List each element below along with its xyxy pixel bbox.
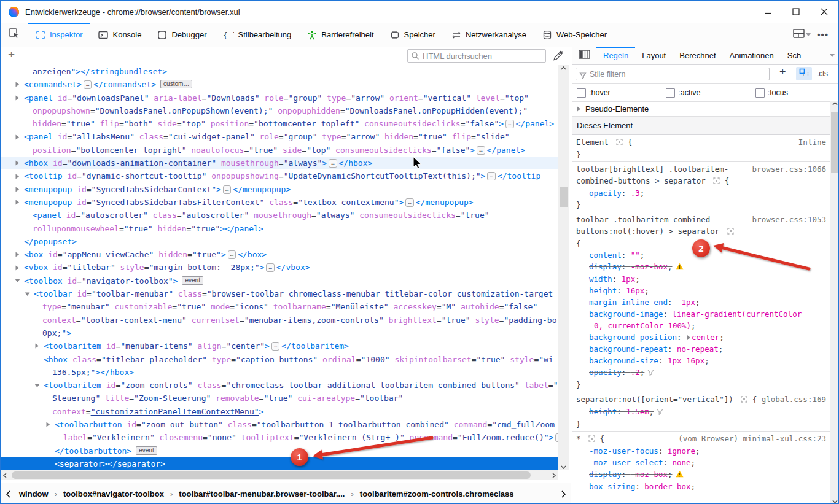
rule-line[interactable]: Element {Inline bbox=[572, 136, 830, 149]
property-name[interactable]: -moz-user-select bbox=[589, 458, 663, 467]
rule-line[interactable]: toolbar[brighttext] .toolbaritem-browser… bbox=[572, 163, 830, 175]
overridden-filter-icon[interactable] bbox=[657, 406, 663, 418]
tab-inspector[interactable]: Inspektor bbox=[28, 23, 90, 47]
ellipsis-pill[interactable]: … bbox=[271, 342, 279, 351]
rule-line[interactable]: margin-inline-end: -1px; bbox=[572, 297, 830, 308]
property-name[interactable]: opacity bbox=[589, 188, 622, 198]
twisty-icon[interactable] bbox=[15, 196, 20, 209]
property-name[interactable]: width bbox=[589, 274, 612, 284]
sidebar-tab-animationen[interactable]: Animationen bbox=[723, 47, 781, 64]
scroll-down-arrow-icon[interactable] bbox=[558, 465, 569, 469]
element-picker-button[interactable] bbox=[1, 23, 28, 47]
rule-line[interactable]: background-size: 1px 16px; bbox=[572, 355, 830, 366]
node-badge[interactable]: event bbox=[136, 446, 157, 455]
class-toggle-button[interactable] bbox=[796, 67, 812, 80]
rule-line[interactable]: * {(vom Browser) minimal-xul.css:23 bbox=[572, 433, 830, 445]
property-value[interactable]: 1px 16px bbox=[668, 356, 704, 365]
markup-horizontal-scrollbar[interactable] bbox=[1, 470, 558, 480]
attribute-value-link[interactable]: "toolbar-context-menu" bbox=[81, 316, 187, 325]
property-name[interactable]: background-repeat bbox=[589, 344, 668, 354]
checkbox-icon[interactable] bbox=[755, 88, 765, 98]
html-search-input[interactable] bbox=[407, 49, 546, 63]
markup-line[interactable]: <panel id="allTabsMenu" class="cui-widge… bbox=[1, 130, 558, 143]
markup-line[interactable]: 0px;"> bbox=[1, 327, 558, 339]
twisty-icon[interactable] bbox=[15, 183, 20, 196]
rule-line[interactable]: content: ""; bbox=[572, 249, 830, 261]
property-name[interactable]: display bbox=[589, 470, 622, 479]
rule-line[interactable]: -moz-user-select: none; bbox=[572, 457, 830, 468]
scroll-up-arrow-icon[interactable] bbox=[558, 66, 569, 70]
property-value[interactable]: "" bbox=[631, 250, 640, 260]
property-name[interactable]: height bbox=[589, 407, 617, 416]
property-name[interactable]: margin-inline-end bbox=[589, 298, 668, 307]
ellipsis-pill[interactable]: … bbox=[505, 120, 513, 128]
tab-storage[interactable]: Web-Speicher bbox=[534, 23, 615, 47]
scrollbar-thumb[interactable] bbox=[12, 471, 531, 479]
add-node-button[interactable]: + bbox=[8, 48, 15, 61]
overridden-filter-icon[interactable] bbox=[647, 367, 654, 379]
scroll-right-arrow-icon[interactable] bbox=[551, 470, 557, 480]
rule-line[interactable]: display: -moz-box; bbox=[572, 468, 830, 481]
markup-line[interactable]: 136.5px;"></hbox> bbox=[1, 366, 558, 379]
tab-accessibility[interactable]: Barrierefreiheit bbox=[299, 23, 381, 47]
markup-line[interactable]: <toolbarbutton id="zoom-out-button" clas… bbox=[1, 418, 558, 431]
markup-line[interactable]: <menupopup id="SyncedTabsSidebarContext"… bbox=[1, 183, 558, 196]
markup-line[interactable]: <vbox id="titlebar" style="margin-bottom… bbox=[1, 261, 558, 274]
markup-line[interactable]: <tooltip id="dynamic-shortcut-tooltip" o… bbox=[1, 169, 558, 182]
breadcrumb-item[interactable]: toolbaritem#zoom-controls.chromeclass bbox=[356, 489, 518, 498]
rule-line[interactable]: combined-buttons > separator { bbox=[572, 175, 830, 187]
property-value[interactable]: linear-gradient(currentColor bbox=[672, 309, 802, 319]
rule-line[interactable]: } bbox=[572, 199, 830, 211]
rule-line[interactable]: toolbar .toolbaritem-combined-browser.cs… bbox=[572, 214, 830, 225]
ellipsis-pill[interactable]: … bbox=[84, 80, 92, 89]
markup-line[interactable]: rolluponmousewheel="true" hidden="true">… bbox=[1, 222, 558, 235]
twisty-icon[interactable] bbox=[15, 91, 20, 104]
rule-line[interactable]: } bbox=[572, 379, 830, 390]
tab-memory[interactable]: Speicher bbox=[382, 23, 443, 47]
breadcrumb-scroll-left-icon[interactable] bbox=[1, 490, 15, 498]
stylesheet-link[interactable]: browser.css:1053 bbox=[752, 214, 826, 225]
pseudo-elements-expander[interactable]: Pseudo-Elemente bbox=[572, 102, 830, 117]
pseudo-class-checkbox-focus[interactable]: :focus bbox=[751, 88, 839, 98]
minimize-button[interactable] bbox=[754, 1, 782, 23]
breadcrumb-item[interactable]: window bbox=[15, 489, 52, 498]
scroll-down-arrow-icon[interactable] bbox=[830, 500, 839, 503]
property-name[interactable]: background-size bbox=[589, 356, 658, 365]
selector-highlighter-icon[interactable] bbox=[727, 226, 734, 238]
rule-line[interactable]: box-sizing: border-box; bbox=[572, 481, 830, 492]
rule-line[interactable]: buttons:not(:hover) > separator bbox=[572, 225, 830, 238]
markup-line[interactable]: anzeigen"></stringbundleset> bbox=[1, 65, 558, 78]
scroll-left-arrow-icon[interactable] bbox=[2, 470, 8, 480]
markup-vertical-scrollbar[interactable] bbox=[558, 65, 569, 470]
markup-line[interactable]: <toolbaritem id="menubar-items" align="c… bbox=[1, 339, 558, 352]
tab-debugger[interactable]: Debugger bbox=[149, 23, 214, 47]
property-value[interactable]: -1px bbox=[677, 298, 695, 307]
ellipsis-pill[interactable]: … bbox=[487, 172, 495, 180]
property-value[interactable]: .3 bbox=[631, 188, 640, 198]
stylesheet-link[interactable]: browser.css:1066 bbox=[752, 163, 826, 175]
property-value[interactable]: 0, currentColor 100%) bbox=[594, 321, 691, 330]
markup-line[interactable]: </toolbarbutton>event bbox=[1, 444, 558, 457]
node-badge[interactable]: event bbox=[182, 276, 203, 285]
rule-line[interactable]: 0, currentColor 100%); bbox=[572, 320, 830, 331]
scrollbar-thumb[interactable] bbox=[831, 112, 838, 173]
selector-highlighter-icon[interactable] bbox=[588, 433, 595, 445]
css-rule[interactable]: toolbar .toolbaritem-combined-browser.cs… bbox=[572, 212, 830, 392]
ellipsis-pill[interactable]: … bbox=[266, 263, 274, 272]
close-button[interactable] bbox=[810, 1, 838, 23]
css-rule[interactable]: toolbar[brighttext] .toolbaritem-browser… bbox=[572, 162, 830, 212]
markup-line[interactable]: <separator></separator> bbox=[1, 457, 558, 470]
markup-line[interactable]: context="toolbar-context-menu" currentse… bbox=[1, 314, 558, 327]
breadcrumb-item[interactable]: toolbar#toolbar-menubar.browser-toolbar.… bbox=[175, 489, 348, 498]
pseudo-class-checkbox-active[interactable]: :active bbox=[661, 88, 750, 98]
ellipsis-pill[interactable]: … bbox=[228, 250, 236, 259]
markup-line[interactable]: label="Verkleinern" closemenu="none" too… bbox=[1, 431, 558, 444]
rule-line[interactable]: } bbox=[572, 418, 830, 430]
markup-line[interactable]: <hbox class="titlebar-placeholder" type=… bbox=[1, 353, 558, 366]
markup-line[interactable]: <panel id="downloadsPanel" aria-label="D… bbox=[1, 91, 558, 104]
checkbox-icon[interactable] bbox=[577, 88, 586, 98]
rule-line[interactable]: background-repeat: no-repeat; bbox=[572, 343, 830, 355]
property-name[interactable]: -moz-user-focus bbox=[589, 446, 658, 456]
property-value[interactable]: 16px bbox=[626, 286, 644, 295]
property-value[interactable]: -moz-box bbox=[631, 470, 668, 479]
